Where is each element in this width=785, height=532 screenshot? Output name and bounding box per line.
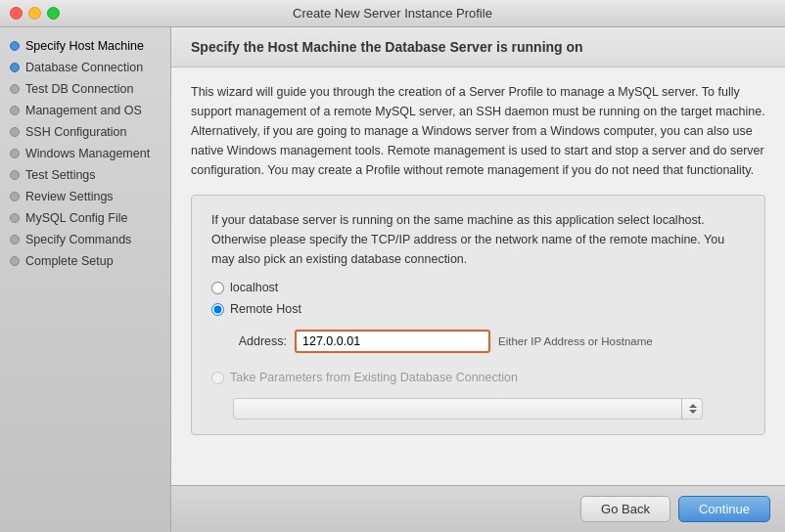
content-area: Specify the Host Machine the Database Se… — [171, 27, 785, 532]
sidebar-dot-test-db-connection — [10, 84, 20, 94]
sidebar-item-management-and-os[interactable]: Management and OS — [0, 100, 170, 121]
sidebar-dot-windows-management — [10, 149, 20, 158]
titlebar: Create New Server Instance Profile — [0, 0, 785, 27]
close-button[interactable] — [10, 7, 23, 20]
sidebar-label-test-db-connection: Test DB Connection — [25, 82, 133, 96]
sidebar-item-review-settings[interactable]: Review Settings — [0, 186, 170, 207]
sidebar-label-specify-commands: Specify Commands — [25, 233, 131, 246]
connection-select[interactable] — [233, 398, 703, 420]
existing-connection-dropdown — [233, 398, 745, 420]
sidebar-label-specify-host-machine: Specify Host Machine — [25, 39, 144, 53]
sidebar-label-test-settings: Test Settings — [25, 168, 96, 182]
sidebar-label-database-connection: Database Connection — [25, 61, 143, 74]
address-input[interactable] — [295, 330, 490, 353]
existing-connection-radio[interactable] — [211, 372, 224, 384]
existing-connection-option[interactable]: Take Parameters from Existing Database C… — [211, 371, 745, 384]
localhost-radio[interactable] — [211, 282, 224, 294]
localhost-option[interactable]: localhost — [211, 281, 745, 294]
content-header: Specify the Host Machine the Database Se… — [171, 27, 785, 67]
sidebar-label-windows-management: Windows Management — [25, 147, 150, 160]
continue-button[interactable]: Continue — [678, 496, 770, 522]
sidebar-label-review-settings: Review Settings — [25, 190, 114, 203]
dropdown-wrapper[interactable] — [233, 398, 703, 420]
sidebar-dot-test-settings — [10, 170, 20, 180]
main-container: Specify Host MachineDatabase ConnectionT… — [0, 27, 785, 532]
minimize-button[interactable] — [28, 7, 41, 20]
window-title: Create New Server Instance Profile — [293, 6, 492, 21]
maximize-button[interactable] — [47, 7, 60, 20]
window-controls — [10, 7, 60, 20]
sidebar-item-mysql-config-file[interactable]: MySQL Config File — [0, 207, 170, 229]
sidebar-dot-specify-commands — [10, 235, 20, 244]
sidebar-dot-complete-setup — [10, 256, 20, 266]
remote-host-label: Remote Host — [230, 302, 301, 316]
main-description: This wizard will guide you through the c… — [191, 82, 765, 180]
sidebar-dot-review-settings — [10, 192, 20, 201]
radio-group: localhost Remote Host Address: Either IP… — [211, 281, 745, 420]
sidebar-item-complete-setup[interactable]: Complete Setup — [0, 250, 170, 272]
sidebar-dot-database-connection — [10, 63, 20, 72]
address-label: Address: — [233, 334, 287, 348]
sidebar-dot-mysql-config-file — [10, 213, 20, 223]
sidebar-item-ssh-configuration[interactable]: SSH Configuration — [0, 121, 170, 143]
host-selection-box: If your database server is running on th… — [191, 195, 765, 435]
remote-host-radio[interactable] — [211, 303, 224, 316]
sidebar-item-test-db-connection[interactable]: Test DB Connection — [0, 78, 170, 100]
sidebar-item-specify-commands[interactable]: Specify Commands — [0, 229, 170, 250]
address-hint: Either IP Address or Hostname — [498, 335, 653, 347]
content-body: This wizard will guide you through the c… — [171, 67, 785, 485]
sidebar-dot-specify-host-machine — [10, 41, 20, 51]
address-row: Address: Either IP Address or Hostname — [233, 330, 745, 353]
bottom-bar: Go Back Continue — [171, 485, 785, 532]
remote-host-option[interactable]: Remote Host — [211, 302, 745, 316]
go-back-button[interactable]: Go Back — [580, 496, 670, 522]
sidebar-label-management-and-os: Management and OS — [25, 104, 142, 117]
sidebar-label-complete-setup: Complete Setup — [25, 254, 114, 268]
existing-connection-label: Take Parameters from Existing Database C… — [230, 371, 518, 384]
sidebar-item-test-settings[interactable]: Test Settings — [0, 164, 170, 186]
sidebar-label-mysql-config-file: MySQL Config File — [25, 211, 127, 225]
sidebar-label-ssh-configuration: SSH Configuration — [25, 125, 127, 139]
host-description: If your database server is running on th… — [211, 210, 745, 269]
sidebar-dot-management-and-os — [10, 106, 20, 115]
sidebar-item-windows-management[interactable]: Windows Management — [0, 143, 170, 164]
sidebar-item-database-connection[interactable]: Database Connection — [0, 57, 170, 78]
sidebar-dot-ssh-configuration — [10, 127, 20, 137]
sidebar-item-specify-host-machine[interactable]: Specify Host Machine — [0, 35, 170, 57]
sidebar: Specify Host MachineDatabase ConnectionT… — [0, 27, 171, 532]
page-title: Specify the Host Machine the Database Se… — [191, 39, 765, 55]
localhost-label: localhost — [230, 281, 278, 294]
